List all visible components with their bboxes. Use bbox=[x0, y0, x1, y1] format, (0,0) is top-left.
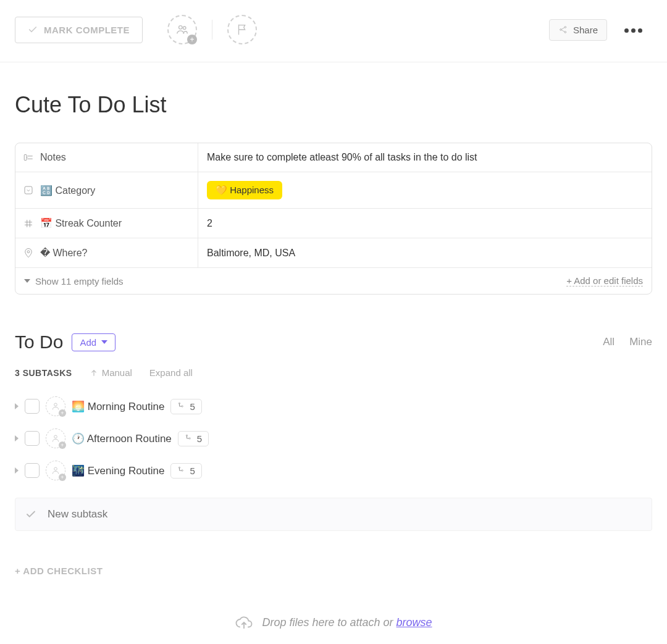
new-subtask-input[interactable] bbox=[48, 508, 642, 521]
dropdown-field-icon bbox=[23, 185, 34, 196]
field-label-category: 🔠 Category bbox=[15, 172, 198, 208]
svg-point-1 bbox=[183, 27, 186, 30]
mark-complete-button[interactable]: MARK COMPLETE bbox=[15, 17, 143, 43]
todo-section-title: To Do bbox=[15, 332, 63, 353]
field-row-category: 🔠 Category 💛 Happiness bbox=[15, 172, 652, 209]
subtask-icon bbox=[177, 466, 186, 475]
subtask-name[interactable]: 🌅 Morning Routine bbox=[72, 400, 164, 413]
person-icon bbox=[51, 466, 61, 475]
svg-point-13 bbox=[189, 438, 190, 439]
subtask-count-pill[interactable]: 5 bbox=[170, 399, 201, 414]
sort-button[interactable]: Manual bbox=[90, 367, 132, 378]
fields-footer: Show 11 empty fields + Add or edit field… bbox=[15, 268, 652, 294]
file-dropzone[interactable]: Drop files here to attach or browse bbox=[0, 600, 667, 644]
arrow-up-icon bbox=[90, 369, 98, 377]
field-label-where: � Where? bbox=[15, 238, 198, 267]
svg-point-16 bbox=[182, 470, 183, 471]
svg-point-0 bbox=[179, 26, 183, 30]
more-menu-button[interactable] bbox=[615, 19, 652, 40]
svg-point-11 bbox=[54, 435, 57, 438]
assignee-placeholder[interactable]: + bbox=[167, 15, 197, 44]
field-value-notes[interactable]: Make sure to complete atleast 90% of all… bbox=[198, 143, 652, 172]
svg-rect-6 bbox=[25, 186, 32, 194]
svg-point-7 bbox=[27, 250, 30, 253]
number-field-icon bbox=[23, 218, 34, 229]
share-label: Share bbox=[573, 25, 598, 35]
add-assignee-icon: + bbox=[187, 35, 197, 44]
browse-link[interactable]: browse bbox=[396, 616, 432, 629]
add-checklist-button[interactable]: + ADD CHECKLIST bbox=[15, 566, 652, 576]
field-label-notes: Notes bbox=[15, 143, 198, 172]
svg-point-3 bbox=[564, 27, 566, 28]
field-value-streak[interactable]: 2 bbox=[198, 209, 652, 238]
subtask-row[interactable]: +🌃 Evening Routine5 bbox=[15, 454, 652, 487]
field-label-streak: 📅 Streak Counter bbox=[15, 209, 198, 238]
subtask-row[interactable]: +🌅 Morning Routine5 bbox=[15, 390, 652, 422]
svg-rect-5 bbox=[24, 155, 27, 161]
dropzone-text: Drop files here to attach or bbox=[262, 616, 396, 629]
svg-point-2 bbox=[560, 29, 562, 31]
new-subtask-row[interactable] bbox=[15, 498, 652, 531]
subtask-count-pill[interactable]: 5 bbox=[170, 463, 201, 479]
svg-point-8 bbox=[54, 403, 57, 406]
svg-point-10 bbox=[182, 406, 183, 407]
person-icon bbox=[51, 433, 61, 443]
category-tag: 💛 Happiness bbox=[207, 181, 282, 199]
caret-down-icon bbox=[24, 279, 30, 283]
subtask-list: +🌅 Morning Routine5+🕐 Afternoon Routine5… bbox=[15, 390, 652, 487]
person-icon bbox=[51, 401, 61, 411]
expand-icon[interactable] bbox=[15, 467, 19, 474]
check-icon bbox=[25, 509, 36, 520]
expand-all-button[interactable]: Expand all bbox=[149, 367, 193, 378]
field-value-where[interactable]: Baltimore, MD, USA bbox=[198, 238, 652, 267]
field-row-streak: 📅 Streak Counter 2 bbox=[15, 209, 652, 238]
priority-placeholder[interactable] bbox=[227, 15, 257, 44]
add-edit-fields-button[interactable]: + Add or edit fields bbox=[566, 275, 643, 286]
check-icon bbox=[28, 25, 38, 35]
add-icon: + bbox=[59, 474, 66, 481]
subtask-checkbox[interactable] bbox=[25, 431, 40, 446]
cloud-upload-icon bbox=[235, 613, 253, 632]
add-icon: + bbox=[59, 441, 66, 449]
share-icon bbox=[558, 25, 568, 35]
expand-icon[interactable] bbox=[15, 435, 19, 441]
expand-icon[interactable] bbox=[15, 403, 19, 409]
subtask-count: 3 SUBTASKS bbox=[15, 368, 72, 378]
subtask-icon bbox=[185, 434, 193, 443]
filter-all[interactable]: All bbox=[603, 336, 615, 348]
subtask-row[interactable]: +🕐 Afternoon Routine5 bbox=[15, 422, 652, 454]
people-icon bbox=[175, 23, 189, 36]
svg-point-14 bbox=[54, 467, 57, 470]
assignee-placeholder[interactable]: + bbox=[46, 396, 65, 416]
field-row-notes: Notes Make sure to complete atleast 90% … bbox=[15, 143, 652, 172]
subtask-icon bbox=[177, 402, 186, 411]
share-button[interactable]: Share bbox=[549, 19, 607, 41]
subtask-checkbox[interactable] bbox=[25, 399, 40, 414]
caret-down-icon bbox=[101, 340, 107, 344]
subtask-count-pill[interactable]: 5 bbox=[178, 431, 209, 446]
mark-complete-label: MARK COMPLETE bbox=[44, 25, 130, 35]
add-icon: + bbox=[59, 409, 66, 417]
flag-icon bbox=[235, 23, 249, 36]
field-value-category[interactable]: 💛 Happiness bbox=[198, 172, 652, 208]
text-field-icon bbox=[23, 152, 34, 163]
assignee-placeholder[interactable]: + bbox=[46, 429, 65, 448]
filter-mine[interactable]: Mine bbox=[629, 336, 652, 348]
custom-fields-table: Notes Make sure to complete atleast 90% … bbox=[15, 143, 652, 295]
add-subtask-button[interactable]: Add bbox=[72, 333, 115, 351]
subtask-checkbox[interactable] bbox=[25, 463, 40, 478]
subtask-name[interactable]: 🌃 Evening Routine bbox=[72, 464, 164, 477]
show-empty-fields-button[interactable]: Show 11 empty fields bbox=[24, 275, 124, 286]
assignee-placeholder[interactable]: + bbox=[46, 461, 65, 480]
location-field-icon bbox=[23, 248, 34, 259]
subtask-name[interactable]: 🕐 Afternoon Routine bbox=[72, 432, 172, 445]
toolbar-divider bbox=[212, 20, 212, 40]
page-title[interactable]: Cute To Do List bbox=[15, 92, 652, 118]
field-row-where: � Where? Baltimore, MD, USA bbox=[15, 238, 652, 268]
svg-point-4 bbox=[564, 31, 566, 33]
